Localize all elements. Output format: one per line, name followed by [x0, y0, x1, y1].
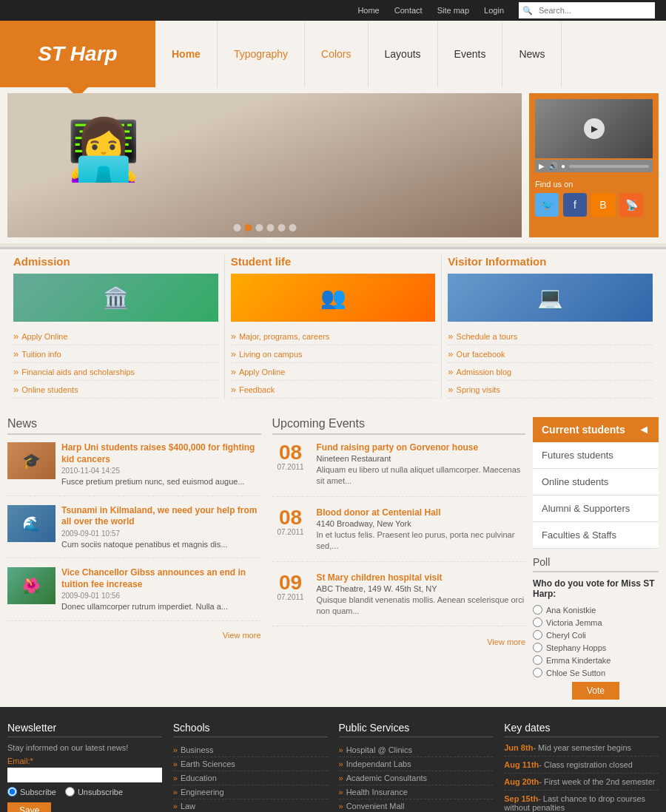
- nav-events[interactable]: Events: [438, 21, 503, 87]
- visitor-link-2[interactable]: Admission blog: [448, 363, 653, 381]
- poll-option-3[interactable]: Stephany Hopps: [533, 643, 659, 652]
- play-ctrl[interactable]: ▶: [539, 162, 545, 170]
- hero-dot-3[interactable]: [255, 224, 263, 231]
- poll-option-2[interactable]: Cheryl Coli: [533, 630, 659, 640]
- school-link-4[interactable]: Law: [173, 799, 328, 812]
- twitter-icon[interactable]: 🐦: [535, 193, 559, 217]
- nav-news[interactable]: News: [502, 21, 562, 87]
- service-link-3[interactable]: Health Insurance: [339, 785, 494, 799]
- hero-slider: [7, 93, 522, 237]
- event-title-0: Fund raising party on Gorvenor house: [317, 442, 526, 453]
- hero-dot-6[interactable]: [289, 224, 296, 231]
- newsletter-col: Newsletter Stay informed on our latest n…: [7, 722, 162, 812]
- hero-dot-5[interactable]: [278, 224, 285, 231]
- event-title-2: St Mary children hospital visit: [317, 572, 526, 583]
- event-item: 08 07.2011 Blood donor at Centenial Hall…: [272, 507, 526, 562]
- sidebar-link-alumni[interactable]: Alumni & Supporters: [533, 495, 659, 522]
- newsletter-save-button[interactable]: Save: [7, 802, 51, 812]
- public-services-title: Public Services: [339, 722, 494, 737]
- subscribe-radio[interactable]: [7, 787, 17, 796]
- poll-option-1[interactable]: Victoria Jemma: [533, 618, 659, 627]
- sidebar-link-faculties[interactable]: Faculties & Staffs: [533, 522, 659, 549]
- student-link-1[interactable]: Living on campus: [231, 345, 436, 363]
- news-item: 🌺 Vice Chancellor Gibss announces an end…: [7, 567, 261, 621]
- hero-dot-1[interactable]: [233, 224, 240, 231]
- nav-layouts[interactable]: Layouts: [369, 21, 438, 87]
- email-label: Email:*: [7, 757, 162, 765]
- service-link-0[interactable]: Hospital @ Clinics: [339, 743, 494, 757]
- school-link-0[interactable]: Business: [173, 743, 328, 757]
- rss-icon[interactable]: 📡: [619, 193, 643, 217]
- service-link-4[interactable]: Convenient Mall: [339, 799, 494, 812]
- subscribe-label[interactable]: Subscribe: [7, 787, 56, 796]
- poll-radio-1[interactable]: [533, 618, 542, 627]
- event-month-1: 07.2011: [272, 528, 309, 536]
- poll-option-0[interactable]: Ana Konistkie: [533, 605, 659, 615]
- news-link-2[interactable]: Vice Chancellor Gibss announces an end i…: [61, 567, 246, 589]
- facebook-icon[interactable]: f: [563, 193, 587, 217]
- student-link-2[interactable]: Apply Online: [231, 363, 436, 381]
- sidebar-link-online[interactable]: Online students: [533, 469, 659, 495]
- poll-section: Poll Who do you vote for Miss ST Harp: A…: [533, 556, 659, 700]
- search-icon: 🔍: [522, 6, 533, 16]
- admission-link-3[interactable]: Online students: [13, 381, 218, 399]
- poll-radio-3[interactable]: [533, 643, 542, 652]
- main-nav: Home Typography Colors Layouts Events Ne…: [155, 21, 666, 87]
- visitor-link-0[interactable]: Schedule a tours: [448, 328, 653, 345]
- visitor-link-3[interactable]: Spring visits: [448, 381, 653, 399]
- unsubscribe-radio[interactable]: [65, 787, 75, 796]
- event-info-0: Fund raising party on Gorvenor house Nin…: [317, 442, 526, 487]
- news-link-0[interactable]: Harp Uni students raises $400,000 for fi…: [61, 442, 255, 464]
- news-item: 🎓 Harp Uni students raises $400,000 for …: [7, 442, 261, 496]
- poll-option-5[interactable]: Chloe Se Sutton: [533, 668, 659, 677]
- admission-link-0[interactable]: Apply Online: [13, 328, 218, 345]
- student-link-3[interactable]: Feedback: [231, 381, 436, 399]
- hero-dot-2[interactable]: [244, 224, 252, 231]
- topbar-link-contact[interactable]: Contact: [394, 6, 423, 15]
- nav-home[interactable]: Home: [155, 21, 218, 87]
- progress-bar[interactable]: [569, 165, 649, 168]
- admission-link-1[interactable]: Tuition info: [13, 345, 218, 363]
- school-link-1[interactable]: Earth Sciences: [173, 757, 328, 771]
- topbar-link-sitemap[interactable]: Site map: [437, 6, 469, 15]
- poll-radio-5[interactable]: [533, 668, 542, 677]
- top-bar: Home Contact Site map Login 🔍: [0, 0, 666, 21]
- vote-button[interactable]: Vote: [572, 682, 619, 700]
- hero-video[interactable]: [535, 99, 653, 158]
- footer-columns: Newsletter Stay informed on our latest n…: [7, 722, 659, 812]
- blogger-icon[interactable]: B: [591, 193, 615, 217]
- nav-typography[interactable]: Typography: [218, 21, 305, 87]
- news-title: News: [7, 417, 261, 435]
- news-column: News 🎓 Harp Uni students raises $400,000…: [7, 417, 261, 647]
- hero-dot-4[interactable]: [266, 224, 274, 231]
- play-button[interactable]: [584, 118, 605, 139]
- topbar-link-home[interactable]: Home: [357, 6, 379, 15]
- service-link-2[interactable]: Academic Consultants: [339, 771, 494, 785]
- event-item: 09 07.2011 St Mary children hospital vis…: [272, 572, 526, 627]
- topbar-link-login[interactable]: Login: [484, 6, 504, 15]
- news-link-1[interactable]: Tsunami in Kilmaland, we need your help …: [61, 505, 258, 527]
- mute-ctrl[interactable]: ●: [561, 162, 565, 170]
- events-view-more-link[interactable]: View more: [487, 637, 525, 646]
- school-link-2[interactable]: Education: [173, 771, 328, 785]
- news-view-more-link[interactable]: View more: [223, 631, 261, 640]
- key-date-1: Aug 11th- Class registration closed: [504, 760, 659, 774]
- student-link-0[interactable]: Major, programs, careers: [231, 328, 436, 345]
- sidebar-link-futures[interactable]: Futures students: [533, 442, 659, 469]
- poll-radio-4[interactable]: [533, 655, 542, 665]
- poll-radio-2[interactable]: [533, 630, 542, 640]
- search-input[interactable]: [533, 4, 651, 17]
- volume-ctrl[interactable]: 🔊: [548, 162, 557, 170]
- admission-link-2[interactable]: Financial aids and scholarships: [13, 363, 218, 381]
- school-link-3[interactable]: Engineering: [173, 785, 328, 799]
- visitor-link-1[interactable]: Our facebook: [448, 345, 653, 363]
- unsubscribe-label[interactable]: Unsubscribe: [65, 787, 123, 796]
- nav-colors[interactable]: Colors: [305, 21, 368, 87]
- poll-option-4[interactable]: Emma Kindertake: [533, 655, 659, 665]
- email-input[interactable]: [7, 768, 162, 782]
- header: ST Harp Home Typography Colors Layouts E…: [0, 21, 666, 87]
- service-link-1[interactable]: Independant Labs: [339, 757, 494, 771]
- event-desc-2: Quisque blandit venenatis mollis. Aenean…: [317, 595, 526, 618]
- poll-radio-0[interactable]: [533, 605, 542, 615]
- event-day-2: 09: [272, 572, 309, 593]
